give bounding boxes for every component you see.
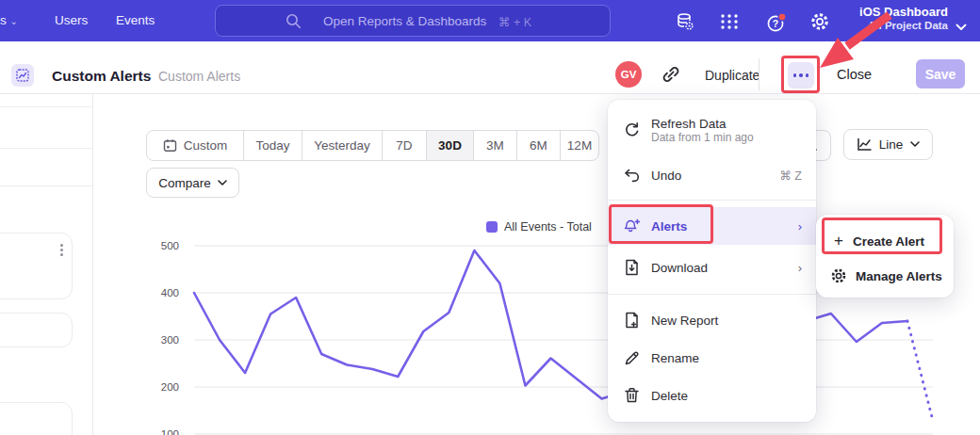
divider [608, 200, 816, 201]
page-title: Custom Alerts [52, 68, 151, 85]
alert-bell-plus-icon [624, 218, 641, 234]
divider [0, 106, 92, 107]
menu-item-download[interactable]: Download › [608, 249, 816, 286]
save-button[interactable]: Save [916, 59, 965, 89]
svg-text:100: 100 [161, 428, 179, 435]
svg-text:200: 200 [161, 381, 179, 393]
report-header: Custom Alerts Custom Alerts GV Duplicate… [0, 41, 980, 94]
new-report-icon [624, 312, 641, 329]
apps-grid-icon[interactable] [719, 11, 740, 32]
nav-item-events[interactable]: Events [116, 13, 155, 27]
sidebar-card[interactable] [0, 402, 73, 435]
app-window: s ⌄ Users Events Open Reports & Dashboar… [0, 0, 980, 435]
duplicate-button[interactable]: Duplicate [705, 68, 760, 83]
range-3m[interactable]: 3M [474, 131, 517, 160]
chevron-down-icon [218, 180, 227, 186]
settings-gear-icon[interactable] [809, 11, 830, 32]
divider [608, 294, 816, 295]
range-today[interactable]: Today [244, 131, 302, 160]
divider [0, 148, 92, 149]
chart-type-button[interactable]: Line [843, 129, 933, 160]
submenu-chevron-icon: › [798, 219, 802, 234]
menu-item-alerts[interactable]: Alerts › [608, 207, 816, 245]
line-chart-icon [857, 137, 872, 152]
left-sidebar [0, 94, 93, 435]
menu-item-refresh-data[interactable]: Refresh Data Data from 1 min ago [608, 109, 816, 151]
pencil-icon [624, 349, 641, 366]
share-link-icon[interactable] [662, 65, 680, 88]
help-icon[interactable]: ? [765, 11, 786, 32]
data-management-icon[interactable] [675, 11, 695, 32]
sidebar-card[interactable] [0, 233, 73, 299]
svg-text:500: 500 [161, 240, 179, 251]
kebab-menu-icon[interactable] [60, 244, 63, 256]
menu-item-new-report[interactable]: New Report [608, 301, 816, 339]
submenu-chevron-icon: › [798, 261, 802, 275]
legend-label: All Events - Total [504, 220, 592, 234]
sidebar-card[interactable] [0, 313, 73, 347]
search-shortcut: ⌘ + K [498, 15, 531, 29]
legend-swatch [486, 221, 498, 233]
chart-legend[interactable]: All Events - Total [486, 220, 592, 234]
gear-icon [830, 267, 847, 284]
breadcrumb[interactable]: Custom Alerts [158, 69, 240, 84]
download-icon [624, 259, 641, 276]
svg-text:300: 300 [161, 334, 179, 346]
report-chart-icon [11, 64, 34, 87]
undo-shortcut: ⌘ Z [779, 169, 802, 183]
global-search-input[interactable]: Open Reports & Dashboards ⌘ + K [215, 5, 611, 37]
menu-item-subtext: Data from 1 min ago [651, 131, 754, 144]
project-scope: All Project Data [854, 20, 948, 32]
close-button[interactable]: Close [837, 67, 872, 82]
svg-text:400: 400 [161, 287, 179, 298]
range-12m[interactable]: 12M [561, 131, 598, 160]
submenu-item-manage-alerts[interactable]: Manage Alerts [816, 260, 954, 292]
nav-item-partial[interactable]: s ⌄ [0, 13, 18, 27]
menu-item-rename[interactable]: Rename [608, 339, 816, 377]
chevron-down-icon [956, 18, 967, 35]
range-7d[interactable]: 7D [383, 131, 427, 160]
search-icon [286, 13, 302, 33]
range-custom[interactable]: Custom [147, 131, 244, 160]
more-options-button[interactable] [788, 62, 814, 89]
divider [0, 185, 92, 186]
trash-icon [624, 387, 641, 404]
chevron-down-icon: ⌄ [10, 16, 18, 26]
undo-icon [624, 168, 641, 183]
plus-icon: + [834, 232, 843, 250]
svg-text:?: ? [773, 18, 778, 29]
nav-item-users[interactable]: Users [55, 13, 88, 27]
project-switcher[interactable]: iOS Dashboard All Project Data [854, 5, 967, 37]
range-6m[interactable]: 6M [517, 131, 561, 160]
project-name: iOS Dashboard [854, 5, 948, 20]
chevron-down-icon [910, 141, 920, 148]
context-menu: Refresh Data Data from 1 min ago Undo ⌘ … [608, 100, 816, 422]
menu-item-delete[interactable]: Delete [608, 377, 816, 414]
refresh-icon [624, 121, 641, 138]
avatar[interactable]: GV [615, 61, 642, 88]
top-nav-bar: s ⌄ Users Events Open Reports & Dashboar… [0, 0, 980, 41]
compare-button[interactable]: Compare [146, 168, 239, 198]
alerts-submenu: + Create Alert Manage Alerts [816, 215, 954, 298]
menu-item-undo[interactable]: Undo ⌘ Z [608, 158, 816, 192]
divider [759, 58, 760, 90]
submenu-item-create-alert[interactable]: + Create Alert [816, 224, 954, 258]
search-placeholder: Open Reports & Dashboards [323, 14, 486, 28]
range-30d-selected[interactable]: 30D [427, 131, 474, 160]
calendar-icon [163, 138, 177, 153]
range-yesterday[interactable]: Yesterday [302, 131, 383, 160]
date-range-control: Custom Today Yesterday 7D 30D 3M 6M 12M [146, 130, 599, 161]
